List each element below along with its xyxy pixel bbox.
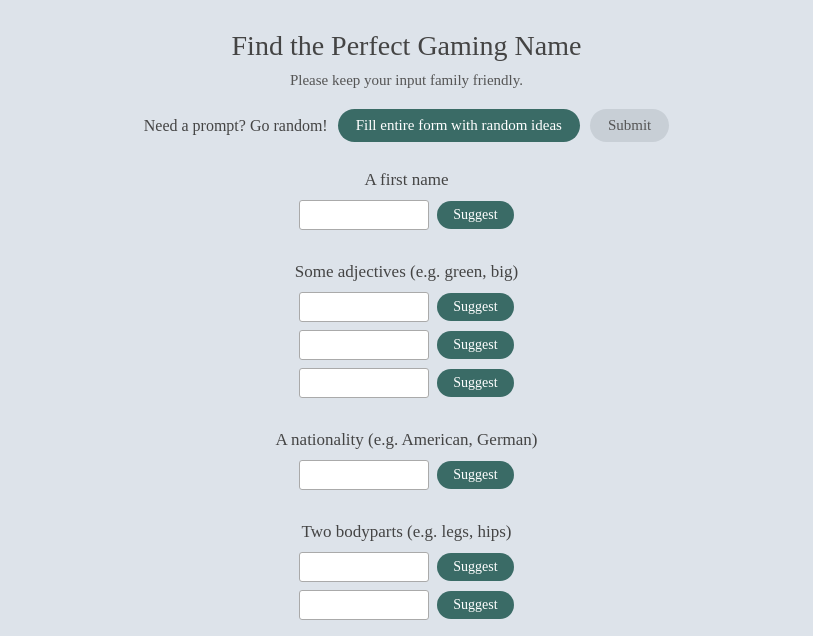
section-bodyparts: Two bodyparts (e.g. legs, hips)SuggestSu… (276, 522, 538, 628)
submit-button[interactable]: Submit (590, 109, 669, 142)
section-first-name: A first nameSuggest (276, 170, 538, 238)
random-bar-label: Need a prompt? Go random! (144, 117, 328, 135)
field-row-first-name-0: Suggest (299, 200, 513, 230)
input-bodyparts-0[interactable] (299, 552, 429, 582)
field-row-nationality-0: Suggest (299, 460, 513, 490)
input-nationality-0[interactable] (299, 460, 429, 490)
suggest-button-bodyparts-0[interactable]: Suggest (437, 553, 513, 581)
section-label-nationality: A nationality (e.g. American, German) (276, 430, 538, 450)
form-sections: A first nameSuggestSome adjectives (e.g.… (276, 170, 538, 636)
input-first-name-0[interactable] (299, 200, 429, 230)
section-label-adjectives: Some adjectives (e.g. green, big) (295, 262, 518, 282)
suggest-button-bodyparts-1[interactable]: Suggest (437, 591, 513, 619)
field-row-adjectives-1: Suggest (299, 330, 513, 360)
fill-random-button[interactable]: Fill entire form with random ideas (338, 109, 580, 142)
page-subtitle: Please keep your input family friendly. (290, 72, 523, 89)
field-row-adjectives-2: Suggest (299, 368, 513, 398)
section-nationality: A nationality (e.g. American, German)Sug… (276, 430, 538, 498)
section-label-bodyparts: Two bodyparts (e.g. legs, hips) (302, 522, 512, 542)
random-bar: Need a prompt? Go random! Fill entire fo… (144, 109, 670, 142)
input-adjectives-0[interactable] (299, 292, 429, 322)
field-row-adjectives-0: Suggest (299, 292, 513, 322)
page-title: Find the Perfect Gaming Name (232, 30, 582, 62)
section-label-first-name: A first name (364, 170, 448, 190)
suggest-button-adjectives-0[interactable]: Suggest (437, 293, 513, 321)
input-bodyparts-1[interactable] (299, 590, 429, 620)
input-adjectives-1[interactable] (299, 330, 429, 360)
field-row-bodyparts-1: Suggest (299, 590, 513, 620)
suggest-button-adjectives-2[interactable]: Suggest (437, 369, 513, 397)
input-adjectives-2[interactable] (299, 368, 429, 398)
suggest-button-first-name-0[interactable]: Suggest (437, 201, 513, 229)
suggest-button-adjectives-1[interactable]: Suggest (437, 331, 513, 359)
suggest-button-nationality-0[interactable]: Suggest (437, 461, 513, 489)
field-row-bodyparts-0: Suggest (299, 552, 513, 582)
section-adjectives: Some adjectives (e.g. green, big)Suggest… (276, 262, 538, 406)
